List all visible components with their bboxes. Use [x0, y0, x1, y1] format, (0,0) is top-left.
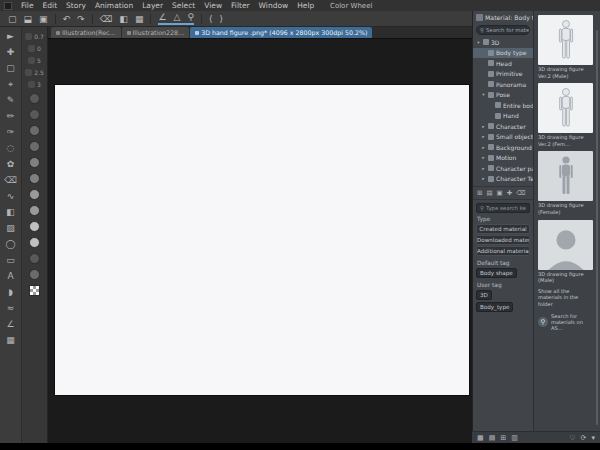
tree-item-character-texture[interactable]: ▸ Character Textu [473, 174, 533, 185]
expand-arrow-icon[interactable]: ▸ [481, 166, 486, 171]
tree-item-small-object[interactable]: ▸ Small object [473, 132, 533, 143]
menu-story[interactable]: Story [66, 1, 86, 10]
pencil-tool-icon[interactable]: ✏ [7, 111, 15, 121]
menu-select[interactable]: Select [172, 1, 195, 10]
refresh-icon[interactable]: ⟳ [581, 434, 587, 442]
tree-item-hand[interactable]: Hand [473, 111, 533, 122]
collapse-arrow-icon[interactable]: ▾ [476, 40, 481, 45]
tree-item-panorama[interactable]: Panorama [473, 79, 533, 90]
tag-body-shape[interactable]: Body shape [476, 268, 517, 278]
decoration-tool-icon[interactable]: ✿ [7, 159, 15, 169]
redo-icon[interactable]: ↷ [77, 14, 85, 24]
tree-item-character[interactable]: ▸ Character [473, 121, 533, 132]
menu-window[interactable]: Window [259, 1, 289, 10]
frame-tool-icon[interactable]: ▭ [6, 255, 15, 265]
tree-item-primitive[interactable]: Primitive [473, 69, 533, 80]
fill-tool-icon[interactable]: ◧ [6, 207, 15, 217]
menu-animation[interactable]: Animation [95, 1, 133, 10]
color-swatch[interactable] [29, 205, 40, 216]
expand-arrow-icon[interactable]: ▸ [481, 124, 486, 129]
color-swatch[interactable] [29, 269, 40, 280]
tag-3d[interactable]: 3D [476, 290, 492, 300]
tool-value-row[interactable]: 5 [28, 57, 41, 64]
color-swatch[interactable] [29, 109, 40, 120]
expand-arrow-icon[interactable]: ▸ [481, 176, 486, 181]
save-icon[interactable]: ▣ [39, 14, 48, 24]
snap-ruler-icon[interactable]: △ [173, 12, 180, 22]
new-file-icon[interactable]: ▢ [8, 14, 17, 24]
document-tab[interactable]: Illustration228... [122, 27, 190, 38]
transparent-color-swatch[interactable] [29, 285, 40, 296]
tree-item-head[interactable]: Head [473, 58, 533, 69]
ruler-tool-icon[interactable]: ∠ [6, 319, 14, 329]
menu-edit[interactable]: Edit [43, 1, 58, 10]
brush-tool-icon[interactable]: ✑ [7, 127, 15, 137]
tree-item-3d[interactable]: ▾ 3D [473, 37, 533, 48]
operation-tool-icon[interactable]: ► [7, 31, 14, 41]
text-tool-icon[interactable]: A [7, 271, 13, 281]
keyword-search-input[interactable] [486, 205, 526, 211]
detail-view-icon[interactable]: ▥ [511, 434, 518, 442]
delete-material-icon[interactable]: ⌫ [516, 189, 525, 197]
tree-item-character-parts[interactable]: ▸ Character parts [473, 163, 533, 174]
expand-arrow-icon[interactable]: ▸ [481, 155, 486, 160]
tool-value-row[interactable]: 2.5 [25, 69, 44, 76]
tool-value-row[interactable]: 3 [28, 81, 41, 88]
tree-item-entire-body[interactable]: Entire body [473, 100, 533, 111]
tag-body-type[interactable]: Body_type [476, 302, 513, 312]
grid-icon[interactable]: ▦ [135, 14, 144, 24]
new-folder-icon[interactable]: ▣ [497, 189, 503, 197]
document-tab-active[interactable]: 3D hand figure .png* (4096 x 2800px 300d… [190, 27, 372, 38]
blend-tool-icon[interactable]: ∿ [7, 191, 15, 201]
color-swatch[interactable] [29, 157, 40, 168]
color-swatch[interactable] [29, 253, 40, 264]
menu-view[interactable]: View [204, 1, 222, 10]
assets-search-button[interactable]: ⚲ Search for materials on ASS [476, 25, 530, 35]
delete-icon[interactable]: ⌫ [100, 14, 113, 24]
menu-file[interactable]: File [21, 1, 34, 10]
expand-arrow-icon[interactable]: ▸ [481, 145, 486, 150]
created-material-button[interactable]: Created material [476, 224, 530, 234]
expand-arrow-icon[interactable]: ▸ [481, 134, 486, 139]
material-item[interactable]: 3D drawing figure (Male) [538, 220, 594, 284]
correction-tool-icon[interactable]: ≈ [7, 303, 15, 313]
canvas-page[interactable] [55, 85, 469, 395]
show-all-materials-link[interactable]: Show all the materials in the folder [538, 288, 594, 308]
menu-layer[interactable]: Layer [142, 1, 163, 10]
tool-value-row[interactable]: 0 [28, 45, 41, 52]
color-swatch[interactable] [29, 125, 40, 136]
document-tab[interactable]: Illustration(Rec... [51, 27, 121, 38]
color-swatch[interactable] [29, 173, 40, 184]
material-item[interactable]: 3D drawing figure (Female) [538, 151, 594, 215]
tree-item-background[interactable]: ▸ Background [473, 142, 533, 153]
downloaded-material-button[interactable]: Downloaded material [476, 235, 530, 245]
grid-view-icon[interactable]: ▦ [477, 434, 484, 442]
assets-search-link[interactable]: ⚲ Search for materials on AS... [538, 313, 594, 332]
material-item[interactable]: 3D drawing figure Ver.2 (Male) [538, 15, 594, 79]
gradient-tool-icon[interactable]: ▨ [6, 223, 15, 233]
keyword-search-field[interactable]: ⚲ [476, 203, 530, 213]
selection-tool-icon[interactable]: ▢ [6, 63, 15, 73]
tree-item-body-type[interactable]: Body type [473, 48, 533, 59]
autoselect-tool-icon[interactable]: ⌖ [8, 79, 13, 89]
tree-item-motion[interactable]: ▸ Motion [473, 153, 533, 164]
prev-page-icon[interactable]: ⟨ [209, 14, 213, 24]
move-tool-icon[interactable]: ✚ [7, 47, 15, 57]
grid-tool-icon[interactable]: ▦ [6, 335, 15, 345]
thumbnail-scrollbar[interactable] [596, 30, 598, 425]
pen-tool-icon[interactable]: ✎ [7, 95, 15, 105]
figure-tool-icon[interactable]: ◯ [5, 239, 15, 249]
thumbnail-size-icon[interactable]: ⊞ [500, 434, 506, 442]
airbrush-tool-icon[interactable]: ◌ [7, 143, 15, 153]
tool-value-row[interactable]: 0.7 [25, 33, 44, 40]
collapse-arrow-icon[interactable]: ▾ [481, 92, 486, 97]
menu-help[interactable]: Help [297, 1, 314, 10]
open-file-icon[interactable]: ⬓ [24, 14, 33, 24]
balloon-tool-icon[interactable]: ◗ [8, 287, 13, 297]
more-options-icon[interactable]: ▾ [591, 434, 595, 442]
eraser-tool-icon[interactable]: ⌫ [4, 175, 17, 185]
snap-angle-icon[interactable]: ∠ [158, 12, 166, 22]
tree-item-pose[interactable]: ▾ Pose [473, 90, 533, 101]
next-page-icon[interactable]: ⟩ [220, 14, 224, 24]
zoom-icon[interactable]: ⚲ [187, 12, 194, 22]
